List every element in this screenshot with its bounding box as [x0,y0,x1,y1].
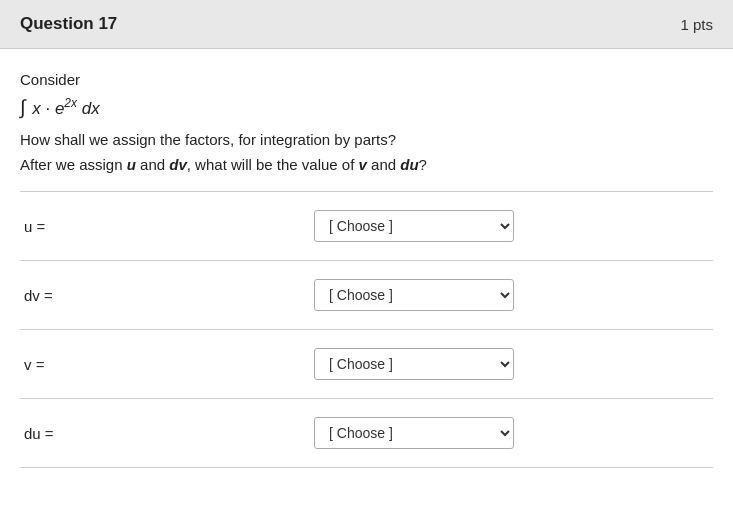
row-du: du = [ Choose ] [20,399,713,468]
content-area: Consider ∫ x · e2x dx How shall we assig… [0,49,733,488]
select-v[interactable]: [ Choose ] [314,348,514,380]
question1-text: How shall we assign the factors, for int… [20,131,713,148]
q2-dv: dv [169,156,187,173]
q2-v: v [359,156,367,173]
label-du: du = [24,425,314,442]
integral-symbol: ∫ [20,96,25,118]
select-u[interactable]: [ Choose ] [314,210,514,242]
row-u: u = [ Choose ] [20,192,713,261]
label-v: v = [24,356,314,373]
header: Question 17 1 pts [0,0,733,49]
q2-middle: , what will be the value of [187,156,359,173]
consider-label: Consider [20,71,713,88]
q2-suffix: ? [419,156,427,173]
select-dv[interactable]: [ Choose ] [314,279,514,311]
label-dv: dv = [24,287,314,304]
points-label: 1 pts [680,16,713,33]
question-title: Question 17 [20,14,117,34]
formula-text: x · e2x dx [32,99,100,118]
q2-du: du [400,156,418,173]
q2-u: u [127,156,136,173]
question2-text: After we assign u and dv, what will be t… [20,156,713,173]
q2-and1: and [136,156,169,173]
formula: ∫ x · e2x dx [20,96,713,119]
select-du[interactable]: [ Choose ] [314,417,514,449]
q2-and2: and [367,156,400,173]
q2-prefix: After we assign [20,156,127,173]
label-u: u = [24,218,314,235]
row-dv: dv = [ Choose ] [20,261,713,330]
row-v: v = [ Choose ] [20,330,713,399]
